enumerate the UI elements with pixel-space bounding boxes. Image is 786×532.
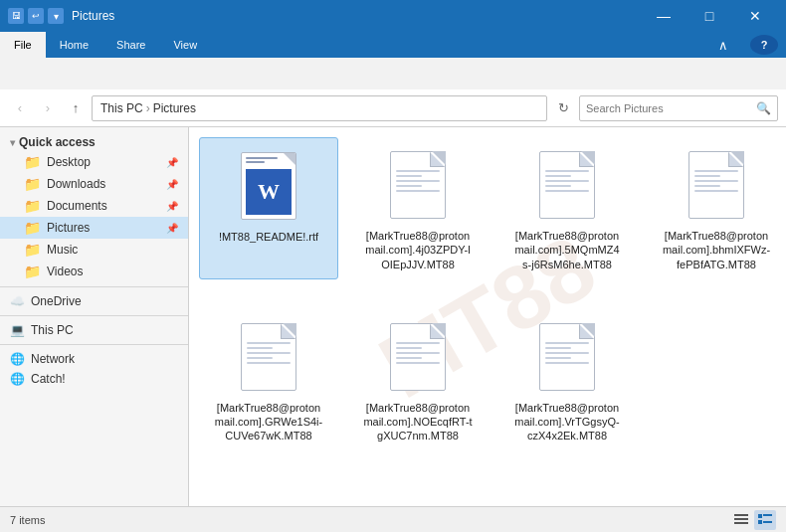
fl4-3 — [247, 352, 291, 354]
sidebar-item-thispc[interactable]: 💻 This PC — [0, 320, 188, 340]
detail-view-button[interactable] — [754, 510, 776, 530]
file-name-3: [MarkTrue88@protonmail.com].bhmIXFWz-feP… — [662, 229, 771, 271]
file-lines-2 — [545, 170, 589, 195]
sidebar-item-pictures[interactable]: 📁 Pictures 📌 — [0, 217, 188, 239]
fl5-3 — [396, 352, 440, 354]
file-item-6[interactable]: [MarkTrue88@protonmail.com].VrTGgsyQ-czX… — [497, 309, 637, 451]
word-line-2 — [246, 161, 265, 163]
ribbon-expand[interactable]: ∧ — [704, 32, 742, 58]
file-area: MT88 W !MT88_README!.rtf — [189, 127, 786, 506]
file-icon-generic-2 — [539, 151, 595, 219]
file-item-1[interactable]: [MarkTrue88@protonmail.com].4j03ZPDY-lOI… — [348, 137, 488, 279]
ribbon-content — [0, 58, 786, 89]
sidebar-item-documents[interactable]: 📁 Documents 📌 — [0, 195, 188, 217]
path-sep-1: › — [146, 101, 150, 115]
window-title: Pictures — [72, 9, 641, 23]
search-icon: 🔍 — [756, 101, 771, 115]
svg-rect-2 — [734, 522, 748, 524]
sidebar-item-label-pictures: Pictures — [47, 221, 90, 235]
file-item-5[interactable]: [MarkTrue88@protonmail.com].NOEcqfRT-tgX… — [348, 309, 488, 451]
list-view-button[interactable] — [730, 510, 752, 530]
help-button[interactable]: ? — [750, 35, 778, 55]
file-name-6: [MarkTrue88@protonmail.com].VrTGgsyQ-czX… — [512, 401, 622, 443]
tab-share[interactable]: Share — [102, 32, 159, 58]
maximize-button[interactable]: □ — [687, 0, 732, 32]
sidebar-item-network[interactable]: 🌐 Network — [0, 349, 188, 369]
ribbon-tabs: File Home Share View ∧ ? — [0, 32, 786, 58]
sidebar-item-label-desktop: Desktop — [47, 155, 91, 169]
file-item-3[interactable]: [MarkTrue88@protonmail.com].bhmIXFWz-feP… — [647, 137, 786, 279]
address-bar: ‹ › ↑ This PC › Pictures ↻ 🔍 — [0, 89, 786, 127]
chevron-down-icon: ▾ — [10, 137, 15, 148]
folder-icon-videos: 📁 — [24, 264, 41, 279]
fl4-1 — [247, 342, 291, 344]
search-box[interactable]: 🔍 — [579, 95, 778, 121]
svg-rect-1 — [734, 518, 748, 520]
divider-2 — [0, 315, 188, 316]
file-grid: W !MT88_README!.rtf — [199, 137, 776, 451]
folder-icon-downloads: 📁 — [24, 176, 41, 192]
folder-icon-documents: 📁 — [24, 198, 41, 214]
svg-rect-6 — [763, 521, 772, 523]
sidebar: ▾ Quick access 📁 Desktop 📌 📁 Downloads 📌… — [0, 127, 189, 506]
sidebar-item-downloads[interactable]: 📁 Downloads 📌 — [0, 173, 188, 195]
sidebar-item-onedrive[interactable]: ☁️ OneDrive — [0, 291, 188, 311]
list-view-icon — [734, 513, 748, 527]
fl4-5 — [247, 362, 291, 364]
path-pictures: Pictures — [153, 101, 196, 115]
fl5-4 — [396, 357, 422, 359]
close-button[interactable]: ✕ — [732, 0, 778, 32]
search-input[interactable] — [586, 102, 752, 114]
fl4-2 — [247, 347, 273, 349]
refresh-button[interactable]: ↻ — [551, 96, 575, 120]
view-buttons — [730, 510, 776, 530]
forward-button[interactable]: › — [36, 96, 60, 120]
pin-icon-downloads: 📌 — [166, 179, 178, 190]
file-item-2[interactable]: [MarkTrue88@protonmail.com].5MQmMZ4s-j6R… — [497, 137, 637, 279]
fl3-5 — [694, 190, 738, 192]
fl5-2 — [396, 347, 422, 349]
file-icon-generic-3 — [688, 151, 744, 219]
folder-icon-desktop: 📁 — [24, 154, 41, 170]
sidebar-item-catch[interactable]: 🌐 Catch! — [0, 369, 188, 389]
sidebar-item-label-videos: Videos — [47, 265, 83, 278]
sidebar-item-videos[interactable]: 📁 Videos — [0, 261, 188, 282]
minimize-button[interactable]: — — [641, 0, 687, 32]
pin-icon-pictures: 📌 — [166, 223, 178, 234]
fl-3 — [396, 180, 440, 182]
thispc-icon: 💻 — [10, 323, 25, 337]
pin-icon-desktop: 📌 — [166, 157, 178, 168]
svg-rect-3 — [758, 514, 762, 518]
file-icon-wrapper-0: W — [234, 146, 303, 226]
tab-file[interactable]: File — [0, 32, 46, 58]
quick-access-label: Quick access — [19, 135, 96, 149]
address-path[interactable]: This PC › Pictures — [92, 95, 547, 121]
back-button[interactable]: ‹ — [8, 96, 32, 120]
tab-view[interactable]: View — [159, 32, 211, 58]
fl6-1 — [545, 342, 589, 344]
fl-2 — [396, 175, 422, 177]
file-name-5: [MarkTrue88@protonmail.com].NOEcqfRT-tgX… — [363, 401, 473, 443]
file-item-4[interactable]: [MarkTrue88@protonmail.com].GRWe1S4i-CUV… — [199, 309, 338, 451]
svg-rect-4 — [763, 514, 772, 516]
status-count: 7 items — [10, 514, 45, 526]
title-icon-2: ↩ — [28, 8, 44, 24]
up-button[interactable]: ↑ — [64, 96, 88, 120]
file-icon-wrapper-6 — [532, 317, 602, 397]
sidebar-item-desktop[interactable]: 📁 Desktop 📌 — [0, 151, 188, 173]
tab-home[interactable]: Home — [46, 32, 102, 58]
fl3-1 — [694, 170, 738, 172]
sidebar-item-label-onedrive: OneDrive — [31, 294, 82, 308]
file-icon-wrapper-4 — [234, 317, 303, 397]
window-controls: — □ ✕ — [641, 0, 778, 32]
fl6-5 — [545, 362, 589, 364]
sidebar-item-label-music: Music — [47, 243, 78, 257]
main-layout: ▾ Quick access 📁 Desktop 📌 📁 Downloads 📌… — [0, 127, 786, 506]
sidebar-item-music[interactable]: 📁 Music — [0, 239, 188, 261]
file-icon-generic-4 — [241, 323, 296, 391]
fl3-3 — [694, 180, 738, 182]
fl2-4 — [545, 185, 571, 187]
fl2-3 — [545, 180, 589, 182]
file-item-0[interactable]: W !MT88_README!.rtf — [199, 137, 338, 279]
divider-3 — [0, 344, 188, 345]
